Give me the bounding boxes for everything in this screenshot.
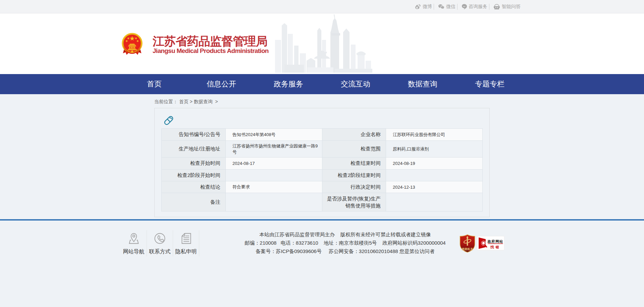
svg-text:找错: 找错 (490, 245, 501, 249)
svg-text:党政机关: 党政机关 (462, 247, 473, 251)
svg-text:政府网站: 政府网站 (487, 239, 503, 243)
